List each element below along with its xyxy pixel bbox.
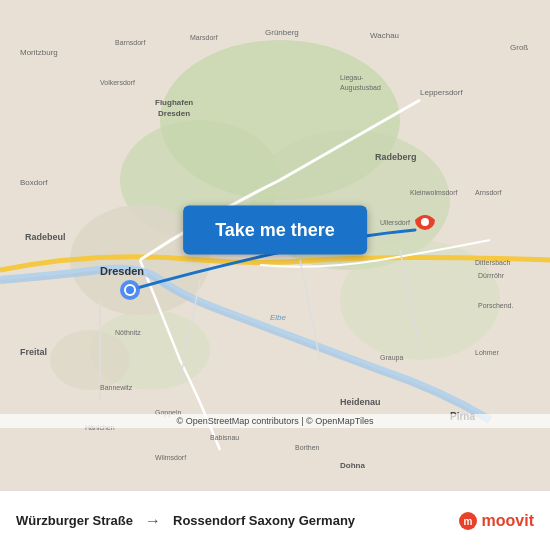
svg-text:m: m [463,516,472,527]
svg-text:Babisnau: Babisnau [210,434,239,441]
svg-text:Borthen: Borthen [295,444,320,451]
route-arrow-icon: → [145,512,161,530]
route-info: Würzburger Straße → Rossendorf Saxony Ge… [16,512,458,530]
svg-point-50 [126,286,134,294]
svg-text:Dresden: Dresden [100,265,144,277]
svg-text:Radeberg: Radeberg [375,152,417,162]
svg-text:Porschend.: Porschend. [478,302,513,309]
svg-text:Dresden: Dresden [158,109,190,118]
destination-label: Rossendorf Saxony Germany [173,513,355,528]
svg-text:Ullersdorf: Ullersdorf [380,219,410,226]
svg-point-7 [50,330,130,390]
svg-text:Barnsdorf: Barnsdorf [115,39,145,46]
moovit-brand-text: moovit [482,512,534,530]
take-me-there-button[interactable]: Take me there [183,206,367,255]
svg-text:Dittersbach: Dittersbach [475,259,511,266]
svg-text:Moritzburg: Moritzburg [20,48,58,57]
svg-text:Bannewitz: Bannewitz [100,384,133,391]
svg-text:Grünberg: Grünberg [265,28,299,37]
svg-text:Groß: Groß [510,43,528,52]
svg-text:Liegau-: Liegau- [340,74,364,82]
svg-text:Volkersdorf: Volkersdorf [100,79,135,86]
svg-text:Nöthnitz: Nöthnitz [115,329,141,336]
moovit-logo: m moovit [458,511,534,531]
svg-text:Dürrröhr: Dürrröhr [478,272,505,279]
svg-text:Augustusbad: Augustusbad [340,84,381,92]
svg-text:Heidenau: Heidenau [340,397,381,407]
origin-label: Würzburger Straße [16,513,133,528]
svg-text:Wilmsdorf: Wilmsdorf [155,454,186,461]
map-container: Moritzburg Barnsdorf Marsdorf Grünberg W… [0,0,550,490]
svg-text:Leppersdorf: Leppersdorf [420,88,463,97]
svg-text:Lohmer: Lohmer [475,349,499,356]
svg-text:Marsdorf: Marsdorf [190,34,218,41]
svg-text:Boxdorf: Boxdorf [20,178,48,187]
svg-text:Graupa: Graupa [380,354,403,362]
svg-text:Dohna: Dohna [340,461,365,470]
svg-text:Flughafen: Flughafen [155,98,193,107]
bottom-bar: Würzburger Straße → Rossendorf Saxony Ge… [0,490,550,550]
svg-text:Kleinwolmsdorf: Kleinwolmsdorf [410,189,458,196]
svg-text:Arnsdorf: Arnsdorf [475,189,502,196]
svg-text:Freital: Freital [20,347,47,357]
map-attribution: © OpenStreetMap contributors | © OpenMap… [0,414,550,428]
svg-point-51 [421,218,429,226]
svg-text:Wachau: Wachau [370,31,399,40]
svg-text:Radebeul: Radebeul [25,232,66,242]
moovit-logo-icon: m [458,511,478,531]
svg-text:Elbe: Elbe [270,313,287,322]
